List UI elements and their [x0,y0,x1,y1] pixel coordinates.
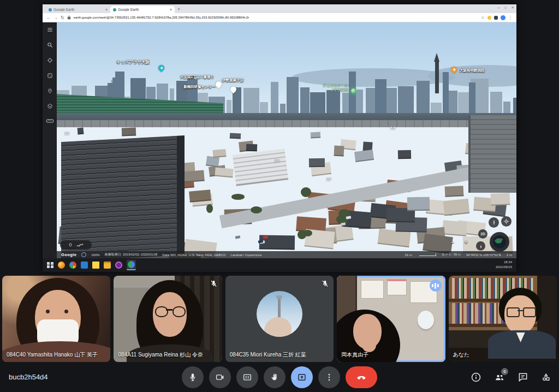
camera-button[interactable] [209,366,231,388]
participants-button[interactable]: 6 [493,372,506,383]
purple-app-icon[interactable] [115,262,122,269]
voyager-icon[interactable] [47,57,53,63]
earth-3d-view[interactable]: キッズプラザ大阪 大淀南1丁目二番通り 新梅田研修センター 伊勢屋菓子店 テニス… [57,22,516,258]
mic-off-icon [321,280,329,290]
glasses-bridge [518,310,523,311]
menu-icon[interactable] [47,27,53,33]
sticky-notes-icon[interactable] [92,262,99,269]
end-call-button[interactable] [346,366,377,388]
google-earth-favicon [113,8,116,11]
map-label[interactable]: キッズプラザ大阪 [116,60,150,65]
camera-altitude: カメラ: 39 m [442,252,461,257]
measure-ruler-icon[interactable] [46,118,53,123]
scenery-block [121,127,135,136]
shared-screen[interactable]: Google Earth × Google Earth × + – □ × ← … [43,4,516,271]
scenery-block [334,145,344,156]
map-label-line: ノア大阪校 [309,88,348,92]
browser-tab-bar: Google Earth × Google Earth × + – □ × [43,4,516,13]
chat-button[interactable] [518,372,528,383]
address-bar[interactable]: earth.google.com/web/@34.73562531,135.46… [74,16,478,19]
captions-button[interactable] [236,366,258,388]
add-placemark-icon[interactable] [68,242,73,247]
windows-start-icon[interactable] [47,262,53,269]
present-screen-button-active[interactable] [291,366,313,388]
coverage-percent: 100% [91,253,99,257]
refresh-icon[interactable]: ↻ [61,15,64,20]
participant-filmstrip: 084C40 Yamashita Hanako 山下 英子 084A11 Sug… [0,276,559,362]
participant-tile-3[interactable]: 084C35 Miori Kureha 三折 紅葉 [225,276,334,362]
microphone-button[interactable] [182,366,204,388]
mail-icon[interactable] [81,262,88,269]
glasses-right-lens [523,307,536,317]
wall-poster [361,280,384,299]
avatar-tower-top [276,295,282,299]
window-maximize-button[interactable]: □ [504,6,507,9]
windows-taskbar: 18:34 2021/09/15 [43,258,516,272]
compass-button[interactable] [476,241,485,251]
meeting-details-button[interactable] [471,372,481,383]
window-close-button[interactable]: × [512,5,514,9]
browser-tab-2-active[interactable]: Google Earth × [110,6,175,13]
participant-tile-2[interactable]: 084A11 Sugiyama Reina 杉山 令奈 [114,276,222,362]
map-label-business[interactable]: テニススクール ノア大阪校 [309,84,348,92]
pegman-button[interactable] [489,217,499,228]
scenery-block [246,144,258,151]
globe-button[interactable] [490,232,509,252]
scenery-block [189,189,211,203]
activities-button[interactable] [540,372,551,383]
zoom-in-button[interactable]: + [465,240,467,245]
participant-name: 岡本真由子 [341,351,368,359]
taskbar-clock[interactable]: 18:34 2021/09/15 [496,260,512,269]
map-style-layers-icon[interactable] [47,103,53,109]
scenery-block [230,133,241,139]
map-scale-label: 16 m [405,253,412,257]
map-label[interactable]: 大淀南1丁目二番通り [180,75,214,80]
bookmark-star-icon[interactable]: ☆ [481,15,485,20]
active-app-google-earth[interactable] [127,260,136,270]
my-places-pin-icon[interactable] [47,88,53,94]
raise-hand-button[interactable] [264,366,286,388]
block-number: 12 [64,131,69,136]
participant-name: 084C35 Miori Kureha 三折 紅葉 [230,351,306,359]
map-label[interactable]: 新梅田研修センター [183,85,216,90]
map-label[interactable]: 大阪暁明館病院 [460,68,485,73]
search-icon[interactable] [47,42,53,48]
meet-control-bar: bucb2h54d4 [0,362,559,392]
scenery-block [444,186,463,197]
earth-tools-pill[interactable] [60,240,92,250]
new-tab-button[interactable]: + [177,7,180,12]
glasses-left-lens [507,307,520,317]
draw-path-icon[interactable] [76,243,84,247]
participant-tile-5-you[interactable]: あなた [449,276,557,362]
back-icon[interactable]: ← [46,15,51,20]
avatar-tower [278,298,281,317]
map-label[interactable]: 伊勢屋菓子店 [222,78,243,83]
firefox-icon[interactable] [58,262,65,269]
imagery-date: 画像取得日: 2019/02/02–2020/01/28 [105,252,158,257]
participant-tile-1[interactable]: 084C40 Yamashita Hanako 山下 英子 [2,276,110,362]
extension-icon-yellow[interactable] [487,16,491,20]
more-options-button[interactable] [318,366,340,388]
person-eye [64,310,68,313]
scenery-block [491,193,510,206]
scenery-right-building [468,115,516,193]
browser-tab-1[interactable]: Google Earth × [46,6,110,13]
window-minimize-button[interactable]: – [497,5,499,9]
feeling-lucky-dice-icon[interactable] [47,73,53,79]
forward-icon[interactable]: → [53,15,58,20]
my-location-button[interactable] [501,216,512,227]
tab-close-icon[interactable]: × [105,8,108,11]
map-dot-green[interactable] [351,88,356,93]
2d-mode-button[interactable]: 2D [478,229,487,239]
browser-menu-icon[interactable]: ⋮ [508,15,513,20]
tab-close-icon[interactable]: × [170,8,172,11]
extension-icon-dark[interactable] [494,16,498,20]
participant-tile-4-speaking[interactable]: 岡本真由子 [337,276,445,362]
profile-avatar[interactable] [501,15,506,20]
zoom-out-button[interactable]: − [451,240,454,245]
scenery-block [235,235,241,239]
chrome-icon[interactable] [69,262,76,269]
file-explorer-icon[interactable] [104,262,111,269]
scenery-block [354,150,374,162]
google-logo: Google [61,252,76,257]
